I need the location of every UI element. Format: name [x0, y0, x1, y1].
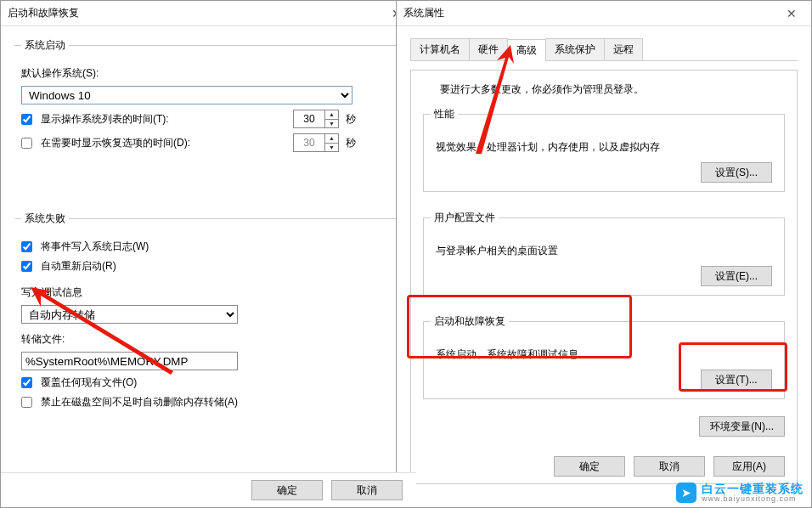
system-failure-legend: 系统失败 — [21, 212, 69, 226]
auto-restart-checkbox[interactable] — [21, 261, 32, 272]
cancel-button[interactable]: 取消 — [331, 480, 403, 500]
auto-restart-label: 自动重新启动(R) — [41, 259, 116, 274]
spin-down-icon: ▼ — [324, 143, 338, 151]
oslist-seconds-stepper[interactable]: ▲ ▼ — [293, 110, 339, 128]
admin-note: 要进行大多数更改，你必须作为管理员登录。 — [440, 82, 785, 97]
show-oslist-checkbox[interactable] — [21, 114, 32, 125]
startup-recovery-settings-button[interactable]: 设置(T)... — [701, 370, 772, 390]
performance-settings-button[interactable]: 设置(S)... — [701, 162, 772, 183]
user-profile-desc: 与登录帐户相关的桌面设置 — [436, 244, 772, 258]
advanced-tab-body: 要进行大多数更改，你必须作为管理员登录。 性能 视觉效果，处理器计划，内存使用，… — [410, 70, 798, 484]
right-content: 计算机名 硬件 高级 系统保护 远程 要进行大多数更改，你必须作为管理员登录。 … — [397, 26, 811, 507]
disable-autodelete-checkbox[interactable] — [21, 397, 32, 408]
oslist-seconds-input[interactable] — [294, 111, 324, 127]
performance-legend: 性能 — [431, 107, 458, 121]
left-content: 系统启动 默认操作系统(S): Windows 10 显示操作系统列表的时间(T… — [1, 26, 416, 472]
startup-recovery-legend: 启动和故障恢复 — [431, 314, 509, 329]
show-oslist-label: 显示操作系统列表的时间(T): — [41, 112, 169, 127]
recovery-seconds-stepper: ▲ ▼ — [293, 133, 339, 152]
startup-recovery-desc: 系统启动、系统故障和调试信息 — [436, 347, 772, 362]
performance-section: 性能 视觉效果，处理器计划，内存使用，以及虚拟内存 设置(S)... — [423, 114, 785, 192]
seconds-unit: 秒 — [346, 136, 356, 150]
write-event-checkbox[interactable] — [21, 241, 32, 252]
dialog-title: 启动和故障恢复 — [8, 6, 79, 20]
titlebar-left: 启动和故障恢复 ✕ — [1, 1, 416, 26]
user-profile-section: 用户配置文件 与登录帐户相关的桌面设置 设置(E)... — [423, 217, 785, 296]
recovery-seconds-input — [294, 135, 324, 150]
ok-button[interactable]: 确定 — [251, 480, 323, 500]
dump-file-input[interactable] — [21, 352, 238, 370]
system-failure-group: 系统失败 将事件写入系统日志(W) 自动重新启动(R) 写入调试信息 自动内存转… — [14, 212, 403, 426]
tab-remote[interactable]: 远程 — [604, 38, 643, 60]
user-profile-legend: 用户配置文件 — [431, 211, 499, 225]
system-properties-dialog: 系统属性 ✕ 计算机名 硬件 高级 系统保护 远程 要进行大多数更改，你必须作为… — [396, 0, 812, 508]
overwrite-label: 覆盖任何现有文件(O) — [41, 375, 137, 390]
default-os-select[interactable]: Windows 10 — [21, 86, 352, 104]
system-startup-legend: 系统启动 — [21, 38, 69, 53]
spin-up-icon[interactable]: ▲ — [324, 110, 338, 119]
dialog-title: 系统属性 — [403, 6, 444, 20]
default-os-label: 默认操作系统(S): — [21, 66, 99, 81]
watermark-sub: www.baiyunxitong.com — [702, 495, 804, 503]
disable-autodelete-label: 禁止在磁盘空间不足时自动删除内存转储(A) — [41, 395, 238, 409]
env-vars-button[interactable]: 环境变量(N)... — [699, 416, 785, 437]
close-icon[interactable]: ✕ — [779, 1, 804, 26]
spin-up-icon: ▲ — [324, 134, 338, 143]
watermark-main: 白云一键重装系统 — [702, 483, 804, 495]
apply-button[interactable]: 应用(A) — [713, 456, 785, 477]
watermark-icon: ➤ — [676, 483, 696, 503]
right-button-row: 确定 取消 应用(A) — [554, 456, 785, 477]
show-recovery-label: 在需要时显示恢复选项的时间(D): — [41, 136, 190, 150]
debug-info-label: 写入调试信息 — [21, 285, 82, 300]
ok-button[interactable]: 确定 — [554, 456, 625, 477]
left-button-row: 确定 取消 — [1, 472, 416, 507]
startup-recovery-dialog: 启动和故障恢复 ✕ 系统启动 默认操作系统(S): Windows 10 显示操… — [0, 0, 416, 508]
startup-recovery-section: 启动和故障恢复 系统启动、系统故障和调试信息 设置(T)... — [423, 321, 785, 399]
tab-strip: 计算机名 硬件 高级 系统保护 远程 — [410, 38, 798, 61]
titlebar-right: 系统属性 ✕ — [397, 1, 811, 26]
dump-file-label: 转储文件: — [21, 332, 65, 347]
tab-advanced[interactable]: 高级 — [507, 39, 546, 61]
spin-down-icon[interactable]: ▼ — [324, 119, 338, 127]
system-startup-group: 系统启动 默认操作系统(S): Windows 10 显示操作系统列表的时间(T… — [14, 38, 403, 169]
tab-hardware[interactable]: 硬件 — [469, 38, 508, 60]
overwrite-checkbox[interactable] — [21, 377, 32, 388]
tab-computer-name[interactable]: 计算机名 — [410, 38, 470, 60]
performance-desc: 视觉效果，处理器计划，内存使用，以及虚拟内存 — [436, 140, 772, 155]
show-recovery-checkbox[interactable] — [21, 138, 32, 149]
tab-system-protection[interactable]: 系统保护 — [545, 38, 605, 60]
seconds-unit: 秒 — [346, 112, 356, 127]
dump-type-select[interactable]: 自动内存转储 — [21, 305, 238, 324]
user-profile-settings-button[interactable]: 设置(E)... — [701, 266, 772, 286]
cancel-button[interactable]: 取消 — [634, 456, 705, 477]
write-event-label: 将事件写入系统日志(W) — [41, 240, 149, 254]
watermark: ➤ 白云一键重装系统 www.baiyunxitong.com — [676, 483, 804, 503]
